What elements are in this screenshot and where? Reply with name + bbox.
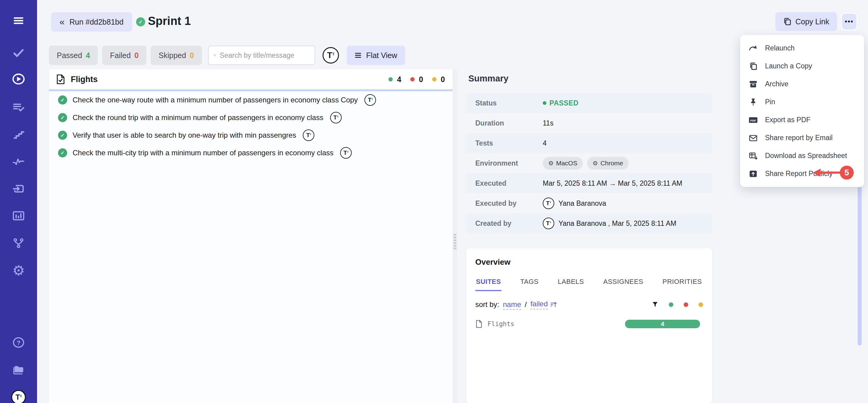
gear-icon: ⚙ (548, 160, 554, 167)
filter-failed-chip[interactable]: Failed 0 (102, 46, 146, 65)
tab-tags[interactable]: TAGS (520, 278, 539, 291)
relaunch-icon (749, 44, 758, 53)
sort-by-failed-link[interactable]: failed (530, 300, 548, 309)
menu-item-launch-a-copy[interactable]: Launch a Copy (740, 57, 864, 75)
menu-item-relaunch[interactable]: Relaunch (740, 39, 864, 57)
app-window: ⚙ ? « Run #dd2b81bd ✓ Sprint 1 Copy Link… (0, 0, 868, 403)
legend-skipped-dot-toggle[interactable] (699, 303, 703, 307)
skipped-dot-icon (432, 77, 436, 82)
menu-item-pin[interactable]: Pin (740, 93, 864, 111)
resize-grip-icon (454, 233, 456, 249)
executed-label: Executed (466, 179, 543, 188)
document-icon (475, 320, 483, 328)
sidebar-item-steps-icon[interactable] (10, 126, 27, 143)
svg-text:?: ? (17, 339, 21, 346)
environment-chip-chrome: ⚙Chrome (587, 157, 629, 170)
tab-labels[interactable]: LABELS (557, 278, 585, 291)
menu-item-export-as-pdf[interactable]: PDF Export as PDF (740, 111, 864, 129)
email-icon (749, 134, 758, 143)
legend-passed-dot-toggle[interactable] (669, 303, 673, 307)
pdf-icon: PDF (749, 115, 758, 124)
panel-resize-handle[interactable] (453, 69, 457, 403)
flat-view-button[interactable]: Flat View (347, 46, 405, 65)
failed-dot-icon (410, 77, 414, 82)
overview-suite-passed-bar: 4 (625, 320, 700, 328)
run-passed-check-icon: ✓ (136, 17, 145, 26)
menu-item-label: Share report by Email (765, 134, 833, 142)
sidebar: ⚙ ? (0, 0, 37, 403)
ellipsis-icon: ••• (845, 18, 854, 26)
passed-filter-count: 4 (86, 51, 90, 60)
menu-item-label: Download as Spreadsheet (765, 152, 847, 160)
sort-by-name-link[interactable]: name (503, 300, 521, 310)
sidebar-item-branches-icon[interactable] (10, 235, 27, 252)
suite-skipped-count: 0 (441, 75, 445, 84)
archive-icon (749, 80, 758, 89)
menu-item-download-as-spreadsheet[interactable]: Download as Spreadsheet (740, 147, 864, 165)
menu-item-share-report-by-email[interactable]: Share report by Email (740, 129, 864, 147)
test-title: Check the round trip with a minimum numb… (72, 113, 323, 122)
legend-failed-dot-toggle[interactable] (684, 303, 688, 307)
filter-passed-chip[interactable]: Passed 4 (49, 46, 98, 65)
suite-passed-count: 4 (397, 75, 401, 84)
menu-hamburger-icon[interactable] (10, 12, 27, 29)
test-row[interactable]: ✓ Check the round trip with a minimum nu… (49, 109, 457, 126)
duration-label: Duration (466, 119, 543, 127)
overview-tabs: SUITES TAGS LABELS ASSIGNEES PRIORITIES (475, 278, 703, 291)
sidebar-item-testplans-list-check-icon[interactable] (10, 99, 27, 116)
spreadsheet-download-icon (749, 151, 758, 161)
sidebar-item-pulse-icon[interactable] (10, 153, 27, 170)
sidebar-item-analytics-chart-icon[interactable] (10, 207, 27, 224)
suite-document-check-icon (56, 74, 65, 85)
overview-card: Overview SUITES TAGS LABELS ASSIGNEES PR… (466, 248, 712, 403)
search-input[interactable] (220, 51, 310, 60)
tests-value: 4 (543, 139, 547, 147)
assignee-filter-button[interactable] (322, 47, 339, 63)
sidebar-item-runs-play-icon[interactable] (10, 70, 27, 88)
test-row[interactable]: ✓ Check the multi-city trip with a minim… (49, 144, 457, 162)
environment-label: Environment (466, 159, 543, 168)
suite-header-flights[interactable]: Flights 4 0 0 (49, 69, 457, 89)
more-actions-button[interactable]: ••• (841, 12, 858, 31)
executed-value: Mar 5, 2025 8:11 AM → Mar 5, 2025 8:11 A… (543, 179, 682, 188)
assignee-t-logo-icon (365, 94, 376, 106)
flat-view-label: Flat View (366, 51, 397, 60)
summary-row-status: Status PASSED (466, 93, 712, 113)
vertical-scrollbar-thumb[interactable] (858, 186, 862, 346)
menu-item-archive[interactable]: Archive (740, 75, 864, 93)
sidebar-item-settings-gear-icon[interactable]: ⚙ (10, 262, 27, 279)
tab-assignees[interactable]: ASSIGNEES (602, 278, 644, 291)
filter-funnel-button[interactable] (652, 301, 658, 308)
suite-name: Flights (71, 75, 98, 84)
share-publicly-icon (749, 169, 758, 178)
back-to-run-button[interactable]: « Run #dd2b81bd (51, 12, 132, 32)
skipped-filter-label: Skipped (158, 51, 186, 60)
menu-item-share-report-publicly[interactable]: Share Report Publicly (740, 165, 864, 183)
overview-suite-row[interactable]: Flights 4 (475, 320, 703, 328)
test-row[interactable]: ✓ Check the one-way route with a minimum… (49, 91, 457, 109)
copy-link-button[interactable]: Copy Link (775, 12, 837, 31)
test-title: Verify that user is able to search by on… (72, 131, 296, 140)
overview-title: Overview (475, 257, 703, 267)
menu-item-label: Pin (765, 98, 775, 106)
assignee-t-logo-icon (330, 112, 342, 123)
test-passed-check-icon: ✓ (58, 95, 67, 105)
test-passed-check-icon: ✓ (58, 131, 67, 140)
suite-counts: 4 0 0 (389, 75, 445, 84)
svg-text:PDF: PDF (750, 118, 756, 122)
executed-by-value: Yana Baranova (559, 199, 606, 208)
more-actions-menu: Relaunch Launch a Copy Archive Pin PDF E… (740, 35, 864, 187)
status-badge: PASSED (543, 99, 579, 107)
failed-filter-label: Failed (110, 51, 131, 60)
filter-skipped-chip[interactable]: Skipped 0 (151, 46, 202, 65)
test-row[interactable]: ✓ Verify that user is able to search by … (49, 126, 457, 144)
sidebar-item-projects-folder-icon[interactable] (10, 361, 27, 378)
tests-panel: Flights 4 0 0 ✓ Check the one-way route … (49, 69, 457, 403)
sidebar-item-import-icon[interactable] (10, 180, 27, 197)
tab-suites[interactable]: SUITES (475, 278, 501, 291)
passed-dot-icon (543, 101, 546, 105)
sidebar-item-help-icon[interactable]: ? (10, 334, 27, 351)
workspace-logo-avatar[interactable] (10, 389, 27, 403)
sidebar-item-tests-check-icon[interactable] (10, 45, 27, 61)
tab-priorities[interactable]: PRIORITIES (662, 278, 703, 291)
